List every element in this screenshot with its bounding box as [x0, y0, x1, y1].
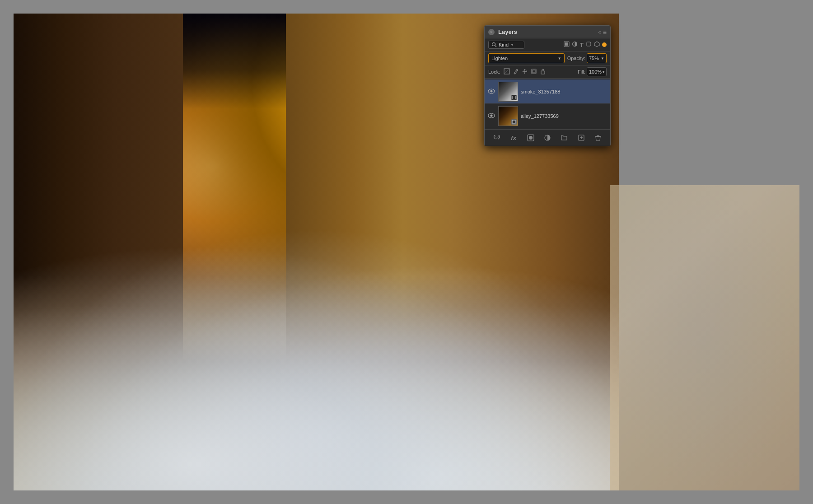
layer-thumbnail	[498, 82, 518, 102]
panel-menu-button[interactable]: ≡	[603, 28, 607, 36]
lock-icons	[504, 68, 574, 76]
panel-titlebar: × Layers « ≡	[485, 26, 610, 38]
search-icon	[491, 42, 497, 47]
new-mask-button[interactable]	[525, 132, 536, 143]
filter-active-dot	[602, 42, 607, 47]
filter-row: Kind ▼ T	[485, 38, 610, 51]
layer-thumbnail	[498, 106, 518, 126]
layer-name: alley_127733569	[521, 113, 607, 119]
fill-control: Fill: 100% ▼	[578, 67, 607, 76]
blend-mode-value: Lighten	[491, 56, 508, 61]
new-layer-button[interactable]	[576, 132, 587, 143]
layer-visibility-toggle[interactable]	[487, 88, 495, 95]
canvas-area: × Layers « ≡ Kind ▼	[0, 0, 813, 504]
fill-arrow: ▼	[602, 70, 605, 74]
svg-line-1	[495, 46, 497, 47]
lock-label: Lock:	[488, 69, 500, 75]
layer-thumb-smart-icon	[511, 95, 517, 100]
layers-list: smoke_31357188 alley_127733569	[485, 79, 610, 129]
lock-move-icon[interactable]	[522, 68, 528, 76]
layer-thumb-smart-icon	[511, 119, 517, 125]
link-layers-button[interactable]	[491, 132, 502, 143]
fill-input[interactable]: 100% ▼	[587, 67, 607, 76]
shape-filter-icon[interactable]	[586, 41, 592, 48]
blend-mode-dropdown[interactable]: Lighten ▼	[488, 53, 565, 63]
layer-item[interactable]: alley_127733569	[485, 104, 610, 128]
layer-name: smoke_31357188	[521, 89, 607, 94]
smart-filter-icon[interactable]	[594, 41, 600, 48]
svg-rect-3	[565, 42, 568, 46]
panel-toolbar: fx	[485, 129, 610, 146]
svg-rect-9	[533, 70, 535, 73]
new-group-button[interactable]	[559, 132, 570, 143]
svg-point-15	[491, 114, 493, 117]
lock-artboard-icon[interactable]	[531, 68, 537, 76]
canvas-extension	[610, 185, 799, 490]
opacity-arrow: ▼	[601, 56, 604, 61]
filter-icons: T	[526, 41, 607, 48]
panel-collapse-button[interactable]: «	[598, 29, 601, 35]
fill-label: Fill:	[578, 69, 585, 75]
kind-dropdown-arrow: ▼	[510, 43, 514, 47]
svg-rect-13	[513, 96, 516, 99]
blend-mode-row: Lighten ▼ Opacity: 75% ▼	[485, 51, 610, 65]
layer-visibility-toggle[interactable]	[487, 112, 495, 120]
lock-transparent-icon[interactable]	[504, 68, 510, 76]
svg-rect-5	[587, 42, 591, 46]
adjustment-filter-icon[interactable]	[572, 41, 578, 48]
svg-rect-10	[541, 71, 545, 74]
svg-point-0	[492, 43, 495, 46]
panel-close-button[interactable]: ×	[488, 29, 495, 35]
adjustment-layer-button[interactable]	[542, 132, 553, 143]
opacity-input[interactable]: 75% ▼	[587, 53, 607, 63]
svg-rect-16	[513, 120, 516, 123]
kind-filter-dropdown[interactable]: Kind ▼	[488, 41, 524, 49]
kind-filter-label: Kind	[499, 42, 509, 47]
opacity-label: Opacity:	[567, 56, 585, 61]
lock-all-icon[interactable]	[540, 68, 546, 76]
pixel-filter-icon[interactable]	[564, 41, 570, 48]
text-filter-icon[interactable]: T	[580, 42, 584, 48]
blend-mode-arrow: ▼	[558, 56, 561, 61]
opacity-control: Opacity: 75% ▼	[567, 53, 607, 63]
svg-point-12	[491, 90, 493, 92]
delete-layer-button[interactable]	[593, 132, 603, 143]
layer-item[interactable]: smoke_31357188	[485, 79, 610, 104]
lock-row: Lock: Fill:	[485, 65, 610, 79]
panel-title: Layers	[495, 28, 598, 35]
fx-button[interactable]: fx	[508, 132, 519, 143]
lock-paint-icon[interactable]	[513, 68, 519, 76]
layers-panel: × Layers « ≡ Kind ▼	[484, 25, 611, 146]
svg-point-18	[529, 136, 533, 140]
